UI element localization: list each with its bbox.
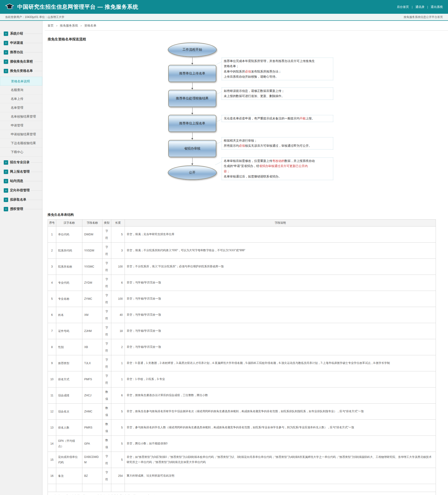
cell-len: 254 xyxy=(111,468,125,484)
sidebar-item-4-7[interactable]: 下达名额校验结果 xyxy=(0,139,42,148)
cell-desc: 非空；与学籍/学历完全一致 xyxy=(125,291,436,307)
cell-field: PMFS xyxy=(82,371,102,387)
flow-annotation-line: 容； xyxy=(224,169,331,174)
sidebar-group-9[interactable]: ›拟录取名单 xyxy=(0,196,42,203)
cell-type: 字符 xyxy=(102,243,111,259)
cell-name: 综合名次 xyxy=(56,404,82,420)
cell-type: 字符 xyxy=(102,275,111,291)
table-row: 2院系所代码YXSDM字符3非空，填满；不分院系所则代码录入“000”，可以为大… xyxy=(48,243,436,259)
public-platform-home-link[interactable]: 推免服务系统信息公开平台首页 xyxy=(404,15,443,19)
highlight-red-text: 必须 xyxy=(245,70,251,73)
header-link-1[interactable]: 通讯录 xyxy=(415,5,424,9)
sidebar-item-4-5[interactable]: 申请管理 xyxy=(0,121,42,130)
flow-annotation-2: 无论是名单还是申请，有严重提示或未备注的一般提示均不能上报。 xyxy=(222,115,333,122)
table-notes-row: 1、 证件号码和姓名与学籍学历管理平台校验，相关字段必须与学籍学历管理平台一致2… xyxy=(48,492,436,495)
flow-annotation-line: 名单审核通过后，如需撤销请联系省招办。 xyxy=(224,174,331,179)
highlight-red-text: 有改动的 xyxy=(272,159,284,163)
cell-field: YXSMC xyxy=(82,259,102,275)
cell-len: 5 xyxy=(111,404,125,420)
sidebar-group-rule xyxy=(0,209,2,209)
sidebar-group-5[interactable]: ›招生专业目录 xyxy=(0,159,42,166)
cell-type: 数值 xyxy=(102,404,111,420)
cell-desc: 非空，填满；不分院系所则代码录入“000”，可以为大写字母和数字组合，不可以为“… xyxy=(125,243,436,259)
empty-cell xyxy=(48,484,56,492)
cell-desc: 非空，填满；见当年研究生招生单位库 xyxy=(125,226,436,243)
flow-step-2: 推荐单位处理校验结果 xyxy=(168,90,216,107)
cell-desc: 非空，按推免生遴选办法计算后的综合成绩，三位整数，两位小数 xyxy=(125,387,436,404)
table-row: 14GPA（平均绩点）GPA数值5非空，两位小数；如不能提供填0 xyxy=(48,436,436,452)
cell-name: 定向或补偿单位代码 xyxy=(56,452,82,468)
cell-field: ZHMC xyxy=(82,404,102,420)
highlight-red-text: 容； xyxy=(224,170,230,173)
sidebar-item-4-1[interactable]: 名额查询 xyxy=(0,86,42,95)
sidebar-group-10[interactable]: ›授权管理 xyxy=(0,206,42,212)
cell-type: 字符 xyxy=(102,323,111,339)
cell-name: 备注 xyxy=(56,468,82,484)
annotation-text: 根据相关文件进行审核； xyxy=(224,139,257,142)
annotation-text: 无论是名单还是申请，有严重提示或未备注的一般提示均 xyxy=(224,117,300,120)
flow-annotation-line: 无论是名单还是申请，有严重提示或未备注的一般提示均不能上报。 xyxy=(224,116,331,121)
sidebar-group-8[interactable]: ›定向补偿管理 xyxy=(0,187,42,194)
cell-desc: 重大科研成果、论文和奖励可在此注明 xyxy=(125,468,436,484)
sidebar-item-4-4[interactable]: 名单校验结果管理 xyxy=(0,112,42,121)
cell-name: GPA（平均绩点） xyxy=(56,436,82,452)
sidebar-item-4-3[interactable]: 名单管理 xyxy=(0,103,42,112)
sidebar-group-rule xyxy=(0,190,2,191)
empty-cell xyxy=(111,484,125,492)
table-notes-cell: 1、 证件号码和姓名与学籍学历管理平台校验，相关字段必须与学籍学历管理平台一致2… xyxy=(48,492,436,495)
cell-len: 1 xyxy=(111,355,125,371)
breadcrumb-item-0[interactable]: 首页 xyxy=(48,24,54,28)
sidebar-group-0[interactable]: ›系统介绍 xyxy=(0,30,42,37)
highlight-red-text: 必须 xyxy=(239,144,245,147)
annotation-text: 上报。 xyxy=(306,117,315,120)
cell-len: 5 xyxy=(111,436,125,452)
cell-len: 5 xyxy=(111,452,125,468)
flow-step-4: 省招办审核 xyxy=(168,140,216,157)
sidebar-item-4-0[interactable]: 资格名单说明 xyxy=(0,77,42,86)
cell-field: XM xyxy=(82,307,102,323)
sidebar-group-6[interactable]: ›网上报名管理 xyxy=(0,168,42,175)
flow-annotation-0: 推荐单位完成本年度院系所管理，并发布推荐办法后方可上传推免生资格名单；名单中的院… xyxy=(222,58,333,80)
breadcrumb-item-2[interactable]: 资格名单 xyxy=(84,24,96,28)
sidebar-group-1[interactable]: ›申诉渠道 xyxy=(0,40,42,46)
cell-type: 字符 xyxy=(102,371,111,387)
sidebar-group-2[interactable]: ›推荐办法 xyxy=(0,49,42,56)
sidebar-group-rule xyxy=(0,172,2,172)
cell-type: 字符 xyxy=(102,468,111,484)
cell-field: ZHCJ xyxy=(82,387,102,404)
chevron-right-icon: › xyxy=(4,207,8,211)
chevron-right-icon: › xyxy=(4,170,8,174)
flow-arrow-down-icon xyxy=(192,133,193,139)
header-link-2[interactable]: 退出系统 xyxy=(431,5,443,9)
sidebar-group-rule xyxy=(34,62,42,62)
sidebar-item-4-2[interactable]: 名单上传 xyxy=(0,95,42,103)
sidebar-group-rule xyxy=(25,34,42,34)
sidebar-group-label: 授权管理 xyxy=(10,207,25,211)
table-header-cell: 汉字名称 xyxy=(56,220,82,226)
flow-annotation-line: 名单中的院系所必须发布院系所推荐办法； xyxy=(224,69,331,74)
sidebar-group-4[interactable]: ›推免生资格名单 xyxy=(0,68,42,74)
cell-field: ZJHM xyxy=(82,323,102,339)
header-link-0[interactable]: 后台首页 xyxy=(397,5,409,9)
sidebar-group-3[interactable]: ›接收推免生章程 xyxy=(0,58,42,65)
sidebar-item-4-8[interactable]: 下载中心 xyxy=(0,148,42,156)
flow-arrow-down-icon xyxy=(192,57,193,64)
sidebar-group-rule xyxy=(31,172,42,172)
cell-desc: 非空；不分院系所，填入“不区分院系所”；必须与单位维护的院系所基础库一致 xyxy=(125,259,436,275)
highlight-red-text: 不能 xyxy=(300,117,306,120)
sidebar-group-rule xyxy=(34,71,42,71)
cell-field: DXBCDWDM xyxy=(82,452,102,468)
flow-arrow-down-icon xyxy=(192,82,193,89)
sidebar-group-7[interactable]: ›站内消息 xyxy=(0,178,42,184)
empty-cell xyxy=(125,484,436,492)
sidebar-item-4-6[interactable]: 申请校验结果管理 xyxy=(0,130,42,139)
breadcrumb-item-1[interactable]: 推免服务系统 xyxy=(60,24,78,28)
table-row: 6姓名XM字符40非空；与学籍/学历完全一致 xyxy=(48,307,436,323)
cell-no: 2 xyxy=(48,243,56,259)
flow-step-5: 公开 xyxy=(168,165,217,180)
annotation-connector-line xyxy=(216,141,222,145)
app-header: 中国研究生招生信息网管理平台 — 推免服务系统 后台首页|通讯录|退出系统 xyxy=(0,0,448,14)
sidebar-group-rule xyxy=(0,200,2,200)
cell-field: ZYMC xyxy=(82,291,102,307)
chevron-right-icon: › xyxy=(4,41,8,45)
